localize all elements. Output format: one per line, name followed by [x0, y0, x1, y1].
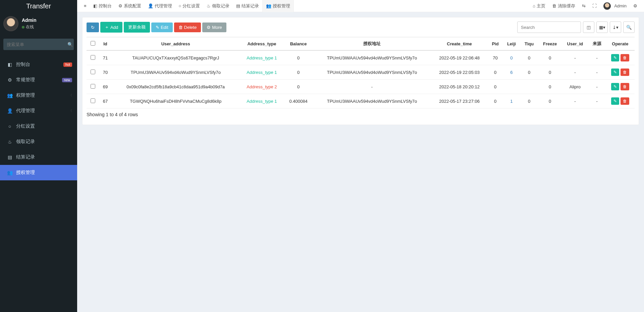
col-来源[interactable]: 来源 — [588, 37, 606, 51]
sidebar-item-控制台[interactable]: ◧控制台hot — [0, 57, 77, 72]
settings-link[interactable]: ⚙ — [630, 0, 641, 12]
sidebar-item-结算记录[interactable]: ▤结算记录 — [0, 149, 77, 165]
plus-icon: ＋ — [105, 24, 109, 30]
cell-address-type[interactable]: Address_type 1 — [240, 65, 284, 80]
row-checkbox[interactable] — [91, 98, 95, 103]
delete-button[interactable]: 🗑Delete — [174, 23, 201, 32]
menu-toggle[interactable]: ≡ — [80, 0, 90, 12]
col-Operate[interactable]: Operate — [606, 37, 635, 51]
sidebar-search-input[interactable] — [3, 39, 67, 50]
export-button[interactable]: ⤓▾ — [610, 21, 621, 33]
tab-代理管理[interactable]: 👤代理管理 — [145, 0, 175, 12]
search-button[interactable]: 🔍 — [623, 21, 635, 33]
tab-icon: ○ — [179, 3, 181, 8]
sidebar-item-常规管理[interactable]: ⚙常规管理new — [0, 72, 77, 88]
cell-leiji[interactable]: 0 — [503, 50, 520, 65]
add-button[interactable]: ＋Add — [100, 22, 122, 33]
tab-系统配置[interactable]: ⚙系统配置 — [115, 0, 145, 12]
clear-cache-link[interactable]: 🗑清除缓存 — [549, 0, 579, 12]
col-Freeze[interactable]: Freeze — [538, 37, 562, 51]
row-checkbox[interactable] — [91, 84, 95, 89]
sidebar-item-授权管理[interactable]: 👥授权管理 — [0, 165, 77, 180]
brand-logo[interactable]: Transfer — [0, 0, 77, 12]
col-授权地址[interactable]: 授权地址 — [313, 37, 431, 51]
cell-id: 70 — [99, 65, 112, 80]
edit-button[interactable]: ✎Edit — [151, 23, 172, 32]
row-edit-button[interactable]: ✎ — [611, 54, 619, 61]
update-balance-button[interactable]: 更新余额 — [124, 22, 150, 33]
pagination-info: Showing 1 to 4 of 4 rows — [87, 108, 635, 121]
row-edit-button[interactable]: ✎ — [611, 69, 619, 76]
row-delete-button[interactable]: 🗑 — [621, 54, 629, 61]
cell-address-type[interactable]: Address_type 2 — [240, 80, 284, 94]
sidebar-search-button[interactable]: 🔍 — [67, 39, 74, 50]
refresh-button[interactable]: ↻ — [87, 23, 99, 32]
col-Leiji[interactable]: Leiji — [503, 37, 520, 51]
cell-freeze: 0 — [538, 94, 562, 108]
row-edit-button[interactable]: ✎ — [611, 97, 619, 105]
user-menu[interactable]: Admin — [600, 0, 630, 12]
sidebar-item-分红设置[interactable]: ○分红设置 — [0, 119, 77, 134]
fullscreen-link[interactable]: ⛶ — [589, 0, 600, 12]
col-Tiqu[interactable]: Tiqu — [520, 37, 538, 51]
row-checkbox[interactable] — [91, 70, 95, 74]
col-Address_type[interactable]: Address_type — [240, 37, 284, 51]
home-link[interactable]: ⌂主页 — [529, 0, 549, 12]
tab-控制台[interactable]: ◧控制台 — [90, 0, 115, 12]
row-edit-button[interactable]: ✎ — [611, 83, 619, 90]
sidebar-item-权限管理[interactable]: 👥权限管理〈 — [0, 88, 77, 103]
cell-freeze: 0 — [538, 65, 562, 80]
lang-link[interactable]: ⇆ — [579, 0, 589, 12]
cell-auth-address: TPUmU3iWAAUv594vd4oWud9YSnmLVSfy7o — [313, 94, 431, 108]
tab-结算记录[interactable]: ▤结算记录 — [233, 0, 262, 12]
cell-user-address: TGWQNQHu6haiFsDH8hFVvhaCMuCg8d6k8p — [112, 94, 240, 108]
cell-leiji[interactable]: 6 — [503, 65, 520, 80]
avatar[interactable] — [3, 16, 18, 31]
cell-create-time: 2022-05-17 23:27:06 — [431, 94, 488, 108]
sidebar-item-label: 结算记录 — [16, 154, 35, 160]
trash-icon: 🗑 — [623, 99, 627, 103]
search-input[interactable] — [517, 21, 581, 33]
toggle-view-button[interactable]: ▦▾ — [596, 21, 608, 33]
menu-icon: 👥 — [7, 93, 13, 98]
tab-授权管理[interactable]: 👥授权管理 — [262, 0, 294, 12]
common-search-button[interactable]: ◫ — [583, 21, 594, 33]
menu-icon: ⚙ — [7, 77, 13, 83]
menu-icon: ♨ — [7, 139, 13, 144]
cell-user-address: 0x09c0fa8e2cd5fb18a9cb41c8daa951d9a4b09d… — [112, 80, 240, 94]
col-checkbox[interactable] — [87, 37, 99, 51]
menu-icon: ◧ — [7, 62, 13, 67]
row-delete-button[interactable]: 🗑 — [621, 83, 629, 90]
sidebar-item-领取记录[interactable]: ♨领取记录 — [0, 134, 77, 149]
col-Create_time[interactable]: Create_time — [431, 37, 488, 51]
cell-address-type[interactable]: Address_type 1 — [240, 94, 284, 108]
row-delete-button[interactable]: 🗑 — [621, 97, 629, 105]
cell-leiji[interactable] — [503, 80, 520, 94]
trash-icon: 🗑 — [178, 25, 183, 30]
tab-领取记录[interactable]: ♨领取记录 — [203, 0, 233, 12]
menu-icon: ▤ — [7, 154, 13, 160]
cell-leiji[interactable]: 1 — [503, 94, 520, 108]
cell-user-address: TAUAPUCUQxTXaxxytQSs67Eegagcs7RgrJ — [112, 50, 240, 65]
row-checkbox[interactable] — [91, 55, 95, 60]
sidebar-item-label: 领取记录 — [16, 139, 35, 145]
row-delete-button[interactable]: 🗑 — [621, 69, 629, 76]
cell-address-type[interactable]: Address_type 1 — [240, 50, 284, 65]
col-Balance[interactable]: Balance — [284, 37, 313, 51]
online-dot-icon — [22, 26, 24, 29]
col-User_address[interactable]: User_address — [112, 37, 240, 51]
col-User_id[interactable]: User_id — [562, 37, 588, 51]
col-Id[interactable]: Id — [99, 37, 112, 51]
sidebar-item-代理管理[interactable]: 👤代理管理〈 — [0, 103, 77, 119]
cell-source: - — [588, 50, 606, 65]
cell-balance: 0 — [284, 80, 313, 94]
top-header: ≡◧控制台⚙系统配置👤代理管理○分红设置♨领取记录▤结算记录👥授权管理 ⌂主页 … — [77, 0, 644, 12]
cell-balance: 0 — [284, 65, 313, 80]
sidebar: Transfer Admin 在线 🔍 ◧控制台hot⚙常规管理new👥权限管理… — [0, 0, 77, 312]
sidebar-item-label: 权限管理 — [16, 92, 35, 98]
cogs-icon: ⚙ — [633, 3, 637, 8]
select-all-checkbox[interactable] — [91, 41, 95, 46]
more-button[interactable]: ⚙More — [202, 23, 226, 32]
tab-分红设置[interactable]: ○分红设置 — [175, 0, 204, 12]
col-Pid[interactable]: Pid — [488, 37, 503, 51]
